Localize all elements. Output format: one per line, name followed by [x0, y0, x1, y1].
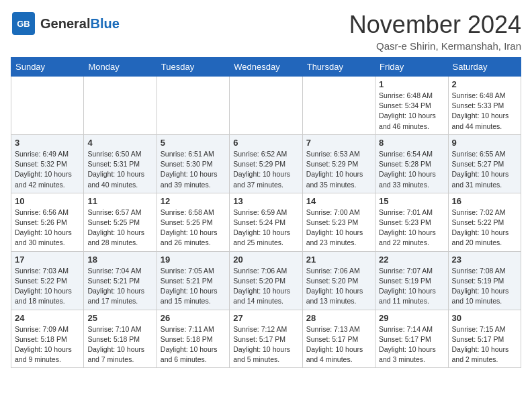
day-info: Sunrise: 6:53 AM Sunset: 5:29 PM Dayligh…: [306, 149, 371, 190]
location: Qasr-e Shirin, Kermanshah, Iran: [349, 40, 521, 52]
calendar-week-row: 3Sunrise: 6:49 AM Sunset: 5:32 PM Daylig…: [11, 134, 521, 193]
calendar-cell: 18Sunrise: 7:04 AM Sunset: 5:21 PM Dayli…: [84, 251, 157, 310]
calendar-cell: 2Sunrise: 6:48 AM Sunset: 5:33 PM Daylig…: [448, 77, 521, 135]
day-number: 17: [15, 255, 80, 265]
day-info: Sunrise: 6:52 AM Sunset: 5:29 PM Dayligh…: [233, 149, 298, 190]
day-number: 24: [15, 313, 80, 323]
day-number: 20: [233, 255, 298, 265]
day-header-saturday: Saturday: [448, 58, 521, 77]
day-number: 13: [233, 196, 298, 206]
day-info: Sunrise: 7:05 AM Sunset: 5:21 PM Dayligh…: [161, 266, 226, 307]
day-info: Sunrise: 7:09 AM Sunset: 5:18 PM Dayligh…: [15, 324, 80, 365]
day-number: 22: [379, 255, 444, 265]
day-number: 27: [233, 313, 298, 323]
day-number: 11: [87, 196, 152, 206]
day-number: 18: [87, 255, 152, 265]
day-info: Sunrise: 7:01 AM Sunset: 5:23 PM Dayligh…: [379, 208, 444, 248]
day-number: 10: [15, 196, 80, 206]
calendar-week-row: 24Sunrise: 7:09 AM Sunset: 5:18 PM Dayli…: [11, 310, 521, 368]
day-info: Sunrise: 6:55 AM Sunset: 5:27 PM Dayligh…: [452, 149, 517, 190]
day-info: Sunrise: 6:48 AM Sunset: 5:33 PM Dayligh…: [452, 91, 517, 132]
day-number: 19: [161, 255, 226, 265]
calendar-cell: 28Sunrise: 7:13 AM Sunset: 5:17 PM Dayli…: [302, 310, 375, 368]
calendar-cell: 15Sunrise: 7:01 AM Sunset: 5:23 PM Dayli…: [375, 193, 448, 251]
calendar-cell: 13Sunrise: 6:59 AM Sunset: 5:24 PM Dayli…: [230, 193, 302, 251]
svg-text:GB: GB: [17, 19, 30, 29]
day-number: 23: [452, 255, 517, 265]
calendar-header-row: SundayMondayTuesdayWednesdayThursdayFrid…: [11, 58, 521, 77]
day-info: Sunrise: 7:07 AM Sunset: 5:19 PM Dayligh…: [379, 266, 444, 307]
day-info: Sunrise: 6:56 AM Sunset: 5:26 PM Dayligh…: [15, 208, 80, 248]
calendar-cell: 20Sunrise: 7:06 AM Sunset: 5:20 PM Dayli…: [230, 251, 302, 310]
day-info: Sunrise: 6:59 AM Sunset: 5:24 PM Dayligh…: [233, 208, 298, 248]
calendar-cell: 14Sunrise: 7:00 AM Sunset: 5:23 PM Dayli…: [302, 193, 375, 251]
day-info: Sunrise: 7:11 AM Sunset: 5:18 PM Dayligh…: [161, 324, 226, 365]
logo-general: General: [40, 16, 90, 31]
day-number: 8: [379, 138, 444, 148]
day-info: Sunrise: 6:51 AM Sunset: 5:30 PM Dayligh…: [161, 149, 226, 190]
day-info: Sunrise: 6:49 AM Sunset: 5:32 PM Dayligh…: [15, 149, 80, 190]
calendar-cell: 11Sunrise: 6:57 AM Sunset: 5:25 PM Dayli…: [84, 193, 157, 251]
day-info: Sunrise: 7:03 AM Sunset: 5:22 PM Dayligh…: [15, 266, 80, 307]
calendar-cell: [302, 77, 375, 135]
title-area: November 2024 Qasr-e Shirin, Kermanshah,…: [349, 11, 521, 52]
month-title: November 2024: [349, 11, 521, 39]
calendar-cell: 10Sunrise: 6:56 AM Sunset: 5:26 PM Dayli…: [11, 193, 84, 251]
day-number: 30: [452, 313, 517, 323]
day-info: Sunrise: 7:08 AM Sunset: 5:19 PM Dayligh…: [452, 266, 517, 307]
day-number: 25: [87, 313, 152, 323]
calendar-cell: [84, 77, 157, 135]
day-header-thursday: Thursday: [302, 58, 375, 77]
calendar-cell: 30Sunrise: 7:15 AM Sunset: 5:17 PM Dayli…: [448, 310, 521, 368]
calendar-cell: [11, 77, 84, 135]
day-info: Sunrise: 7:04 AM Sunset: 5:21 PM Dayligh…: [87, 266, 152, 307]
logo-icon: GB: [11, 11, 36, 36]
day-info: Sunrise: 7:10 AM Sunset: 5:18 PM Dayligh…: [87, 324, 152, 365]
day-number: 1: [379, 79, 444, 89]
day-header-monday: Monday: [84, 58, 157, 77]
day-info: Sunrise: 6:58 AM Sunset: 5:25 PM Dayligh…: [161, 208, 226, 248]
calendar-cell: 7Sunrise: 6:53 AM Sunset: 5:29 PM Daylig…: [302, 134, 375, 193]
day-info: Sunrise: 7:02 AM Sunset: 5:22 PM Dayligh…: [452, 208, 517, 248]
calendar-cell: [157, 77, 229, 135]
day-number: 7: [306, 138, 371, 148]
day-number: 9: [452, 138, 517, 148]
day-number: 5: [161, 138, 226, 148]
day-number: 12: [161, 196, 226, 206]
day-info: Sunrise: 7:00 AM Sunset: 5:23 PM Dayligh…: [306, 208, 371, 248]
logo: GB GeneralBlue: [11, 11, 120, 36]
day-number: 14: [306, 196, 371, 206]
day-number: 3: [15, 138, 80, 148]
day-info: Sunrise: 7:15 AM Sunset: 5:17 PM Dayligh…: [452, 324, 517, 365]
calendar-cell: 8Sunrise: 6:54 AM Sunset: 5:28 PM Daylig…: [375, 134, 448, 193]
calendar-week-row: 17Sunrise: 7:03 AM Sunset: 5:22 PM Dayli…: [11, 251, 521, 310]
calendar-cell: 6Sunrise: 6:52 AM Sunset: 5:29 PM Daylig…: [230, 134, 302, 193]
day-number: 15: [379, 196, 444, 206]
calendar-week-row: 1Sunrise: 6:48 AM Sunset: 5:34 PM Daylig…: [11, 77, 521, 135]
day-info: Sunrise: 7:12 AM Sunset: 5:17 PM Dayligh…: [233, 324, 298, 365]
day-info: Sunrise: 6:50 AM Sunset: 5:31 PM Dayligh…: [87, 149, 152, 190]
day-header-friday: Friday: [375, 58, 448, 77]
calendar-cell: 16Sunrise: 7:02 AM Sunset: 5:22 PM Dayli…: [448, 193, 521, 251]
calendar-table: SundayMondayTuesdayWednesdayThursdayFrid…: [11, 57, 521, 368]
calendar-cell: 26Sunrise: 7:11 AM Sunset: 5:18 PM Dayli…: [157, 310, 229, 368]
calendar-cell: 4Sunrise: 6:50 AM Sunset: 5:31 PM Daylig…: [84, 134, 157, 193]
calendar-cell: 27Sunrise: 7:12 AM Sunset: 5:17 PM Dayli…: [230, 310, 302, 368]
calendar-cell: 22Sunrise: 7:07 AM Sunset: 5:19 PM Dayli…: [375, 251, 448, 310]
day-header-wednesday: Wednesday: [230, 58, 302, 77]
day-number: 21: [306, 255, 371, 265]
day-number: 29: [379, 313, 444, 323]
page-header: GB GeneralBlue November 2024 Qasr-e Shir…: [11, 11, 521, 52]
day-number: 26: [161, 313, 226, 323]
calendar-cell: 3Sunrise: 6:49 AM Sunset: 5:32 PM Daylig…: [11, 134, 84, 193]
calendar-cell: [230, 77, 302, 135]
calendar-cell: 1Sunrise: 6:48 AM Sunset: 5:34 PM Daylig…: [375, 77, 448, 135]
day-number: 4: [87, 138, 152, 148]
day-info: Sunrise: 7:14 AM Sunset: 5:17 PM Dayligh…: [379, 324, 444, 365]
calendar-cell: 9Sunrise: 6:55 AM Sunset: 5:27 PM Daylig…: [448, 134, 521, 193]
logo-blue: Blue: [90, 16, 119, 31]
calendar-cell: 21Sunrise: 7:06 AM Sunset: 5:20 PM Dayli…: [302, 251, 375, 310]
calendar-cell: 24Sunrise: 7:09 AM Sunset: 5:18 PM Dayli…: [11, 310, 84, 368]
day-number: 28: [306, 313, 371, 323]
day-info: Sunrise: 7:13 AM Sunset: 5:17 PM Dayligh…: [306, 324, 371, 365]
